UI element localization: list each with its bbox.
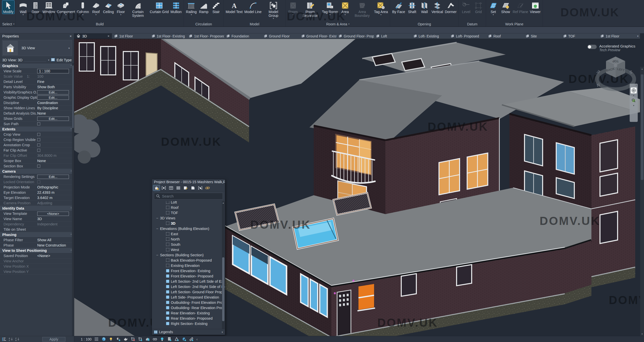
ribbon-button-wall[interactable]: Wall (418, 1, 430, 14)
tab-loft-existing[interactable]: Loft- Existing (411, 33, 449, 39)
tab-loft[interactable]: Loft (374, 33, 411, 39)
ribbon-button-railing[interactable]: Railing▾ (185, 1, 197, 16)
view-scale-input[interactable]: 1 : 100 (37, 69, 69, 73)
browser-item-outbuilding-front-elevation-prop[interactable]: Outbuilding- Front Elevation Prop (152, 300, 225, 305)
sort-az-icon[interactable]: AZ (9, 337, 14, 341)
section-header-phasing[interactable]: Phasing^ (0, 232, 74, 237)
ribbon-group-label[interactable]: Opening (391, 22, 457, 26)
tab-1st-floor-existing[interactable]: 1st Floor- Existing (149, 33, 187, 39)
ribbon-button-door[interactable]: Door (29, 1, 42, 14)
browser-item-right-section-existing[interactable]: Right Section- Existing (152, 321, 225, 326)
browser-scrollbar[interactable]: ▴ (222, 201, 225, 329)
checkbox[interactable] (37, 122, 40, 125)
tab-ground-floor-proposed[interactable]: Ground Floor- Proposed (336, 33, 374, 39)
ribbon-button-viewer[interactable]: Viewer (529, 1, 541, 14)
tab-3d-active[interactable]: 3D× (74, 33, 112, 39)
search-input[interactable]: Search (154, 193, 223, 200)
tab-site[interactable]: Site (524, 33, 561, 39)
browser-item-legends[interactable]: Legends ▾ (152, 329, 225, 335)
browser-item-front-elevation-proposed[interactable]: Front Elevation- Proposed (152, 273, 225, 279)
ribbon-button-tag-area[interactable]: 1Tag Area▾ (373, 1, 389, 16)
ribbon-button-column[interactable]: Column▾ (76, 1, 90, 16)
ribbon-button-ceiling[interactable]: Ceiling (102, 1, 114, 14)
ribbon-button-set[interactable]: Set▾ (487, 1, 499, 16)
ribbon-button-model-text[interactable]: AModel Text (225, 1, 243, 14)
checkbox[interactable] (37, 143, 40, 146)
checkbox[interactable] (37, 149, 40, 152)
ribbon-group-label[interactable]: Datum (460, 22, 485, 26)
ribbon-group-label[interactable]: Build (17, 22, 182, 26)
view-scale-button[interactable]: 1 : 100 (81, 337, 92, 341)
properties-scrollbar[interactable] (72, 63, 74, 336)
checkbox[interactable] (37, 165, 40, 168)
section-header-view-to-sheet-positioning[interactable]: View to Sheet Positioning^ (0, 248, 74, 253)
ribbon-button-wall[interactable]: Wall▾ (17, 1, 29, 16)
sort-ascending-icon[interactable] (2, 337, 7, 341)
ribbon-group-label[interactable]: Model (225, 22, 284, 26)
section-header-graphics[interactable]: Graphics^ (0, 63, 74, 69)
steering-wheel-icon[interactable] (631, 87, 637, 93)
browser-item-rear-elevation-existing[interactable]: Rear Elevation- Existing (152, 310, 225, 316)
show-grids-button[interactable]: Edit... (37, 117, 69, 121)
view-template-button[interactable]: <None> (37, 212, 69, 216)
shadows-icon[interactable] (116, 337, 121, 341)
ribbon-button-component[interactable]: Component▾ (56, 1, 76, 16)
tab-overflow-button[interactable]: ▾ (636, 33, 640, 39)
locked-3d-view-icon[interactable] (145, 337, 150, 341)
browser-item-left-section-2nd-right-side-of-ex[interactable]: Left Section- 2nd Right Side of Ex (152, 284, 225, 289)
browser-item-left-section-2nd-left-side-of-ext[interactable]: Left Section- 2nd Left Side of Ext (152, 279, 225, 284)
close-icon[interactable]: × (635, 84, 637, 87)
ribbon-group-label[interactable]: Work Plane (487, 22, 541, 26)
tab-tof[interactable]: TOF (561, 33, 598, 39)
crop-view-icon[interactable] (131, 337, 135, 341)
browser-item-front-elevation-existing[interactable]: Front Elevation- Existing (152, 268, 225, 273)
ribbon-button-mullion[interactable]: Mullion (170, 1, 182, 14)
tab-1st-floor[interactable]: 1st Floor (112, 33, 149, 39)
ribbon-button-area[interactable]: Area▾ (339, 1, 351, 16)
temporary-hide-isolate-icon[interactable] (153, 337, 157, 341)
ribbon-button-tag-room[interactable]: 1Tag Room▾ (321, 1, 339, 16)
browser-item-existing-elevation[interactable]: Existing Elevation (152, 263, 225, 268)
section-header-extents[interactable]: Extents^ (0, 127, 74, 132)
group-icon[interactable] (197, 185, 204, 191)
ribbon-button-window[interactable]: Window (42, 1, 56, 14)
browser-item-loft[interactable]: Loft (152, 201, 225, 205)
tab-1st-floor-proposed[interactable]: 1st Floor- Proposed (187, 33, 224, 39)
zoom-icon[interactable] (631, 97, 637, 104)
tab-loft-proposed[interactable]: Loft- Proposed (449, 33, 486, 39)
browser-item-east[interactable]: East (152, 231, 225, 236)
ribbon-button-curtain-grid[interactable]: Curtain Grid (149, 1, 169, 14)
canvas-scrollbar[interactable]: ▴▾ (640, 67, 644, 336)
section-header-camera[interactable]: Camera^ (0, 169, 74, 174)
ribbon-button-ramp[interactable]: Ramp (198, 1, 210, 14)
browser-item-left-section-ground-floor-propo[interactable]: Left Section- Ground Floor Propo (152, 289, 225, 295)
displacement-sets-icon[interactable] (182, 337, 186, 341)
ribbon-button-floor[interactable]: Floor▾ (115, 1, 127, 16)
tab-ground-floor-existing[interactable]: Ground Floor- Existing (299, 33, 337, 39)
table-icon[interactable] (175, 185, 182, 191)
browser-item-rear-elevation-proposed[interactable]: Rear Elevation- Proposed (152, 316, 225, 321)
box-icon[interactable] (160, 185, 167, 191)
accelerated-graphics-toggle[interactable] (587, 45, 597, 49)
ribbon-button-by-face[interactable]: By Face (391, 1, 406, 14)
ribbon-button-dormer[interactable]: Dormer (444, 1, 457, 14)
apply-button[interactable]: Apply (42, 337, 65, 341)
visual-style-icon[interactable] (102, 337, 106, 341)
collapse-chevron-icon[interactable]: ‹ (196, 337, 198, 341)
tab-ground-floor[interactable]: Ground Floor (262, 33, 299, 39)
browser-item-outbuilding-rear-elevation-prop[interactable]: Outbuilding- Rear Elevation Prop (152, 305, 225, 310)
tab-roof[interactable]: Roof (486, 33, 524, 39)
ribbon-button-vertical[interactable]: Vertical (431, 1, 444, 14)
show-crop-region-icon[interactable] (138, 337, 143, 341)
ribbon-button-curtain-system[interactable]: Curtain System (127, 1, 149, 18)
ribbon-button-stair[interactable]: Stair (210, 1, 222, 14)
ribbon-button-model-line[interactable]: Model Line (244, 1, 262, 14)
browser-item-elevations-building-elevation[interactable]: −Elevations (Building Elevation) (152, 226, 225, 231)
browser-item-3d-views[interactable]: −3D Views (152, 215, 225, 221)
edit-type-button[interactable]: Edit Type (57, 58, 72, 62)
views-icon[interactable] (153, 185, 160, 191)
section-header-identity-data[interactable]: Identity Data^ (0, 206, 74, 211)
sort-za-icon[interactable]: ZA (15, 337, 20, 341)
browser-item-tof[interactable]: TOF (152, 210, 225, 215)
reveal-hidden-elements-icon[interactable] (160, 337, 165, 341)
